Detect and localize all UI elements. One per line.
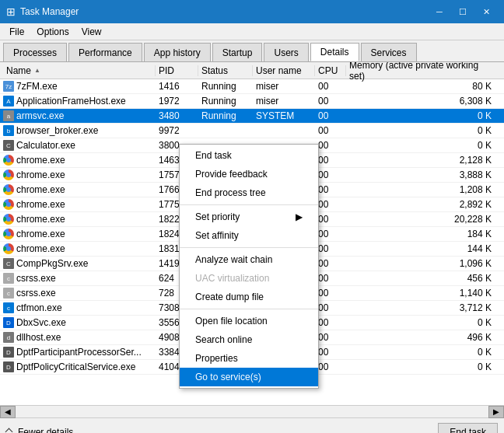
col-header-pid[interactable]: PID [156,65,198,76]
cell-pid: 3480 [156,110,198,121]
cell-username: miser [253,81,315,92]
close-button[interactable]: ✕ [474,4,498,19]
ctx-separator [180,309,318,309]
menubar: File Options View [0,23,504,40]
minimize-button[interactable]: ─ [428,4,451,19]
chrome-icon [3,214,14,225]
cell-cpu: 00 [315,184,346,195]
cell-name: chrome.exe [0,155,156,166]
cell-cpu: 00 [315,169,346,180]
ctx-provide-feedback[interactable]: Provide feedback [180,165,318,183]
ctx-set-priority[interactable]: Set priority ▶ [180,208,318,226]
cell-name: a armsvc.exe [0,110,156,121]
col-header-memory[interactable]: Memory (active private working set) [346,62,492,82]
cell-memory: 144 K [346,243,504,254]
col-header-cpu[interactable]: CPU [315,65,346,76]
cell-memory: 1,096 K [346,258,504,269]
chrome-icon [3,243,14,254]
cell-cpu: 00 [315,214,346,225]
ctx-separator [180,247,318,248]
cell-name: D DbxSvc.exe [0,317,156,328]
chrome-icon [3,229,14,239]
end-task-button[interactable]: End task [438,423,498,434]
cell-memory: 0 K [346,140,504,151]
cell-cpu: 00 [315,288,346,299]
ctx-end-task[interactable]: End task [180,146,318,165]
cell-memory: 1,208 K [346,184,504,195]
horizontal-scrollbar[interactable]: ◀ ▶ [0,405,504,417]
table-row[interactable]: b browser_broker.exe 9972 00 0 K [0,124,504,138]
scroll-right-btn[interactable]: ▶ [488,406,504,418]
cell-memory: 184 K [346,229,504,239]
tab-performance[interactable]: Performance [68,43,142,61]
cell-status: Running [198,81,253,92]
cell-name: chrome.exe [0,243,156,254]
cell-memory: 80 K [346,81,504,92]
cell-username: SYSTEM [253,110,315,121]
proc-icon: 7z [3,81,14,92]
ctx-set-affinity[interactable]: Set affinity [180,226,318,245]
cell-name: chrome.exe [0,169,156,180]
tab-services[interactable]: Services [361,43,417,61]
menu-view[interactable]: View [75,25,108,39]
sort-arrow-icon: ▲ [34,67,40,74]
ctx-search-online[interactable]: Search online [180,330,318,349]
col-header-status[interactable]: Status [198,65,253,76]
tab-app-history[interactable]: App history [144,43,211,61]
tab-startup[interactable]: Startup [212,43,263,61]
cell-cpu: 00 [315,273,346,284]
submenu-arrow-icon: ▶ [296,211,303,222]
titlebar-controls: ─ ☐ ✕ [428,4,498,19]
cell-memory: 0 K [346,110,504,121]
ctx-open-file-location[interactable]: Open file location [180,312,318,330]
cell-cpu: 00 [315,302,346,313]
ctx-go-to-services[interactable]: Go to service(s) [180,368,318,386]
cell-name: chrome.exe [0,199,156,210]
maximize-button[interactable]: ☐ [451,4,474,19]
cell-cpu: 00 [315,317,346,328]
chrome-icon [3,199,14,210]
cell-name: chrome.exe [0,184,156,195]
proc-icon: a [3,110,14,121]
proc-icon: b [3,125,14,136]
col-header-username[interactable]: User name [253,65,315,76]
cell-cpu: 00 [315,332,346,343]
cell-memory: 496 K [346,332,504,343]
cell-memory: 456 K [346,273,504,284]
tab-processes[interactable]: Processes [3,43,67,61]
tabs: Processes Performance App history Startu… [0,40,504,62]
fewer-details-button[interactable]: Fewer details [6,427,73,434]
cell-cpu: 00 [315,347,346,358]
ctx-end-process-tree[interactable]: End process tree [180,183,318,202]
tab-users[interactable]: Users [264,43,308,61]
cell-name: chrome.exe [0,214,156,225]
cell-name: D DptfParticipantProcessorSer... [0,347,156,358]
table-row[interactable]: a armsvc.exe 3480 Running SYSTEM 00 0 K [0,109,504,124]
cell-username: miser [253,96,315,107]
proc-icon: c [3,273,14,284]
menu-file[interactable]: File [3,25,30,39]
ctx-uac-virtualization[interactable]: UAC virtualization [180,269,318,288]
proc-icon: C [3,140,14,151]
cell-memory: 2,892 K [346,199,504,210]
chrome-icon [3,155,14,166]
ctx-properties[interactable]: Properties [180,349,318,368]
table-row[interactable]: 7z 7zFM.exe 1416 Running miser 00 80 K [0,79,504,94]
tab-details[interactable]: Details [310,43,359,61]
table-row[interactable]: A ApplicationFrameHost.exe 1972 Running … [0,94,504,109]
ctx-analyze-wait-chain[interactable]: Analyze wait chain [180,250,318,269]
chrome-icon [3,184,14,195]
cell-name: c csrss.exe [0,288,156,299]
cell-name: 7z 7zFM.exe [0,81,156,92]
cell-memory: 2,128 K [346,155,504,166]
cell-cpu: 00 [315,229,346,239]
ctx-separator [180,204,318,205]
scroll-left-btn[interactable]: ◀ [0,406,16,418]
cell-memory: 0 K [346,361,504,372]
scroll-track[interactable] [16,407,488,417]
ctx-create-dump-file[interactable]: Create dump file [180,288,318,306]
app-icon: ⊞ [6,5,16,18]
proc-icon: c [3,288,14,299]
col-header-name[interactable]: Name ▲ [0,65,156,76]
menu-options[interactable]: Options [30,25,75,39]
